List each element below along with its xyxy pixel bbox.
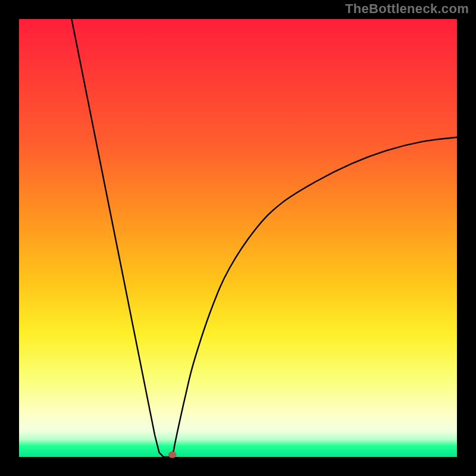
plot-area xyxy=(19,19,457,457)
chart-frame: TheBottleneck.com xyxy=(0,0,476,476)
curve-path xyxy=(71,19,457,457)
bottleneck-curve xyxy=(19,19,457,457)
optimum-marker xyxy=(168,452,177,458)
watermark-text: TheBottleneck.com xyxy=(345,1,469,17)
